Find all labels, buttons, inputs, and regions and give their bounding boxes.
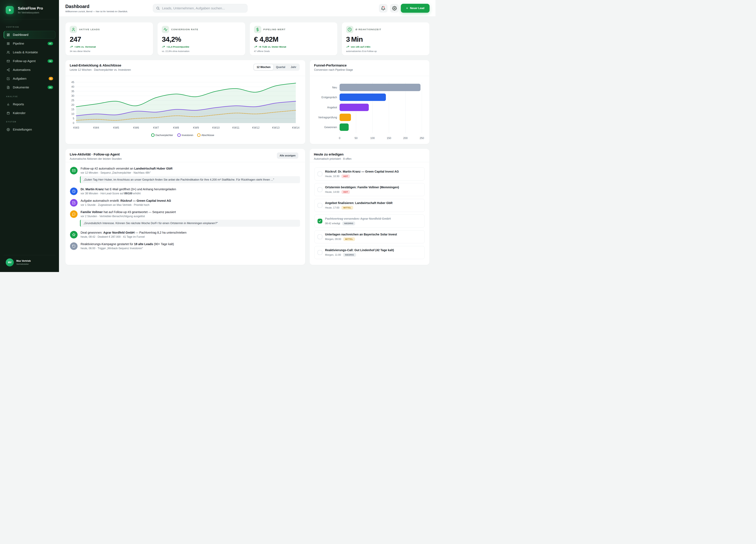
svg-text:Angebot: Angebot bbox=[327, 106, 337, 109]
svg-text:KW10: KW10 bbox=[212, 126, 220, 129]
svg-text:Erstgespräch: Erstgespräch bbox=[321, 96, 337, 99]
svg-text:10: 10 bbox=[71, 112, 74, 116]
svg-text:KW14: KW14 bbox=[292, 126, 299, 129]
svg-text:0: 0 bbox=[339, 137, 340, 140]
svg-text:KW9: KW9 bbox=[193, 126, 199, 129]
svg-text:KW11: KW11 bbox=[232, 126, 240, 129]
svg-text:0: 0 bbox=[73, 122, 74, 125]
svg-text:40: 40 bbox=[71, 85, 74, 88]
svg-text:250: 250 bbox=[420, 137, 424, 140]
svg-text:KW4: KW4 bbox=[93, 126, 99, 129]
svg-text:KW13: KW13 bbox=[272, 126, 279, 129]
svg-text:25: 25 bbox=[71, 99, 74, 102]
svg-text:KW12: KW12 bbox=[252, 126, 259, 129]
svg-text:45: 45 bbox=[71, 81, 74, 84]
svg-text:KW5: KW5 bbox=[113, 126, 119, 129]
svg-text:Investoren: Investoren bbox=[182, 134, 193, 137]
svg-text:50: 50 bbox=[355, 137, 358, 140]
svg-text:Abschlüsse: Abschlüsse bbox=[201, 134, 214, 137]
svg-text:KW7: KW7 bbox=[153, 126, 159, 129]
svg-text:Neu: Neu bbox=[332, 86, 337, 89]
svg-text:5: 5 bbox=[73, 117, 74, 120]
svg-text:Dachverpächter: Dachverpächter bbox=[155, 134, 173, 137]
svg-text:30: 30 bbox=[71, 94, 74, 97]
svg-text:15: 15 bbox=[71, 108, 74, 111]
svg-text:35: 35 bbox=[71, 90, 74, 93]
svg-text:KW3: KW3 bbox=[73, 126, 79, 129]
svg-text:150: 150 bbox=[387, 137, 391, 140]
svg-text:100: 100 bbox=[370, 137, 375, 140]
svg-text:KW8: KW8 bbox=[173, 126, 179, 129]
svg-text:200: 200 bbox=[403, 137, 408, 140]
svg-text:Gewonnen: Gewonnen bbox=[324, 126, 337, 129]
svg-text:Vertragsprüfung: Vertragsprüfung bbox=[318, 116, 337, 119]
svg-text:20: 20 bbox=[71, 103, 74, 106]
svg-text:KW6: KW6 bbox=[133, 126, 139, 129]
